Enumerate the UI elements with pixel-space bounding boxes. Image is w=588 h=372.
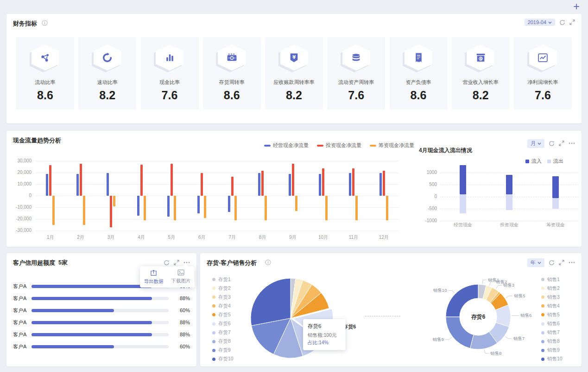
trend-bar[interactable] (234, 196, 237, 220)
customer-row[interactable]: 客户A88% (13, 316, 190, 328)
legend-item[interactable]: 销售1 (541, 275, 563, 284)
metric-card[interactable]: 现金比率7.6 (141, 37, 199, 109)
trend-bar[interactable] (171, 164, 173, 196)
trend-bar[interactable] (76, 174, 79, 196)
trend-bar[interactable] (349, 173, 351, 196)
legend-item[interactable]: 存货9 (212, 346, 234, 355)
trend-bar[interactable] (107, 173, 109, 196)
trend-bar[interactable] (265, 196, 267, 220)
trend-bar[interactable] (201, 173, 203, 196)
flow-bar[interactable] (506, 175, 512, 194)
period-dropdown[interactable]: 月 (527, 139, 544, 148)
refresh-icon[interactable] (549, 141, 555, 147)
legend-item[interactable]: 流入 (525, 158, 542, 165)
legend-item[interactable]: 销售9 (541, 346, 563, 355)
trend-bar[interactable] (167, 196, 170, 217)
metric-card[interactable]: 净利润增长率7.6 (514, 37, 572, 109)
info-icon[interactable] (42, 20, 48, 26)
legend-item[interactable]: 流出 (547, 158, 563, 165)
trend-bar[interactable] (113, 196, 115, 206)
trend-bar[interactable] (197, 196, 200, 213)
legend-item[interactable]: 销售7 (541, 328, 563, 337)
expand-icon[interactable] (559, 260, 564, 265)
legend-item[interactable]: 存货7 (212, 328, 234, 337)
legend-item[interactable]: 销售8 (541, 337, 563, 346)
sales-donut-chart[interactable]: 销售1销售2销售3销售5销售6销售7销售8销售9销售10存货6 (418, 270, 538, 363)
metric-card[interactable]: 资产负债率8.6 (390, 37, 448, 109)
legend-item[interactable]: 存货4 (212, 301, 234, 310)
trend-bar[interactable] (261, 171, 264, 196)
trend-bar[interactable] (319, 174, 321, 196)
flow-bar[interactable] (552, 176, 559, 198)
legend-item[interactable]: 筹资现金净流量 (370, 142, 414, 149)
trend-bar[interactable] (204, 196, 206, 218)
period-dropdown[interactable]: 2019-04 (525, 19, 555, 26)
info-icon[interactable] (265, 259, 271, 265)
metric-card[interactable]: 存货周转率8.6 (203, 37, 261, 109)
metric-card[interactable]: 流动比率8.6 (16, 37, 74, 109)
metric-card[interactable]: ¥应收账款周转率率8.2 (265, 37, 323, 109)
legend-item[interactable]: 存货2 (212, 284, 234, 293)
customer-row[interactable]: 客户A88% (13, 292, 190, 304)
more-icon[interactable] (569, 262, 575, 263)
slice-销售10[interactable] (446, 284, 478, 317)
legend-item[interactable]: 销售6 (541, 319, 563, 328)
trend-bar[interactable] (292, 164, 294, 196)
legend-item[interactable]: 存货8 (212, 337, 234, 346)
customer-row[interactable]: 客户A60% (13, 340, 190, 353)
more-icon[interactable] (569, 142, 575, 144)
trend-bar[interactable] (174, 196, 176, 220)
trend-bar[interactable] (137, 196, 139, 216)
flow-bar[interactable] (460, 165, 466, 194)
trend-bar[interactable] (231, 177, 234, 196)
trend-bar[interactable] (383, 171, 385, 196)
legend-item[interactable]: 销售10 (541, 355, 563, 364)
legend-item[interactable]: 存货3 (212, 293, 234, 301)
trend-bar[interactable] (144, 196, 146, 220)
add-widget-button[interactable]: + (573, 0, 580, 13)
trend-bar[interactable] (140, 165, 143, 196)
refresh-icon[interactable] (164, 260, 170, 266)
more-icon[interactable] (183, 262, 190, 263)
trend-bar[interactable] (46, 174, 48, 196)
trend-bar[interactable] (80, 164, 82, 196)
trend-bar[interactable] (49, 165, 51, 196)
flow-bar[interactable] (460, 194, 466, 214)
trend-bar[interactable] (352, 168, 354, 196)
trend-bar[interactable] (52, 196, 55, 225)
metric-card[interactable]: 流动资产周转率7.6 (327, 37, 385, 109)
slice-存货10[interactable] (251, 278, 291, 326)
trend-bar[interactable] (355, 196, 358, 220)
trend-bar[interactable] (83, 196, 85, 225)
legend-item[interactable]: 销售5 (541, 310, 563, 319)
customer-row[interactable]: 客户A88% (13, 328, 190, 340)
legend-item[interactable]: 存货6 (212, 319, 234, 328)
slice-销售9[interactable] (446, 317, 474, 348)
trend-bar[interactable] (228, 196, 230, 212)
legend-item[interactable]: 存货5 (212, 310, 234, 319)
customer-row[interactable]: 客户A60% (13, 304, 190, 316)
inventory-pie-chart[interactable]: 存货6 (242, 269, 358, 367)
menu-item-download-image[interactable]: 下载图片 (167, 266, 195, 288)
metric-card[interactable]: 速动比率8.2 (78, 37, 136, 109)
trend-bar[interactable] (295, 196, 297, 211)
trend-bar[interactable] (325, 196, 328, 220)
refresh-icon[interactable] (549, 260, 555, 266)
metric-card[interactable]: $营业收入增长率8.2 (452, 37, 510, 109)
expand-icon[interactable] (174, 260, 179, 265)
legend-item[interactable]: 投资现金净流量 (317, 142, 361, 149)
legend-item[interactable]: 存货10 (212, 355, 234, 364)
trend-bar[interactable] (289, 174, 291, 196)
trend-bar[interactable] (110, 196, 112, 227)
expand-icon[interactable] (559, 141, 564, 146)
period-dropdown[interactable]: 年 (527, 258, 544, 267)
trend-bar[interactable] (379, 173, 382, 196)
refresh-icon[interactable] (559, 19, 565, 26)
legend-item[interactable]: 销售2 (541, 284, 563, 293)
flow-bar[interactable] (506, 194, 512, 210)
menu-item-export-data[interactable]: 导出数据 (140, 266, 167, 288)
trend-bar[interactable] (258, 173, 260, 196)
expand-icon[interactable] (569, 19, 575, 25)
flow-bar[interactable] (552, 198, 559, 209)
legend-item[interactable]: 存货1 (212, 275, 234, 284)
